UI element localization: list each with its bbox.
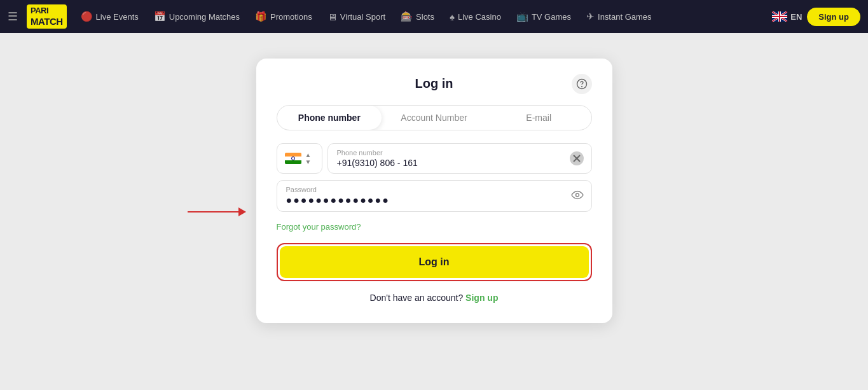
login-title: Log in [415,76,453,91]
language-selector[interactable]: EN [772,11,802,22]
login-card: Log in Phone number Account Number E-mai… [256,59,612,323]
main-content: Log in Phone number Account Number E-mai… [0,33,868,390]
nav-item-tv-games[interactable]: 📺 TV Games [510,7,577,26]
tab-phone-number[interactable]: Phone number [277,106,382,130]
live-casino-icon: ♠ [450,11,455,22]
nav-signup-button[interactable]: Sign up [807,8,860,26]
country-chevron-icon: ▲ ▼ [305,152,312,165]
login-tabs: Phone number Account Number E-mail [277,105,592,130]
virtual-sport-icon: 🖥 [327,11,337,22]
password-value: ●●●●●●●●●●●●●● [286,195,582,206]
logo-top: PARI [31,6,63,16]
nav-item-virtual-sport[interactable]: 🖥 Virtual Sport [321,8,392,26]
svg-rect-8 [772,16,787,17]
signup-prompt: Don't have an account? Sign up [277,293,592,303]
login-button[interactable]: Log in [280,246,589,278]
svg-point-13 [575,193,579,197]
login-button-wrapper: Log in [277,243,592,281]
phone-label: Phone number [337,149,582,157]
upcoming-matches-icon: 📅 [154,11,166,22]
nav-item-upcoming-matches[interactable]: 📅 Upcoming Matches [148,7,246,26]
phone-input-field[interactable]: Phone number +91(9310) 806 - 161 [327,143,592,174]
card-header: Log in [277,76,592,91]
logo[interactable]: PARI MATCH [27,4,67,29]
nav-item-upcoming-matches-label: Upcoming Matches [169,12,240,22]
instant-games-icon: ✈ [586,11,595,22]
nav-item-live-casino[interactable]: ♠ Live Casino [443,8,507,26]
promotions-icon: 🎁 [255,11,267,22]
toggle-password-icon[interactable] [571,190,584,203]
nav-item-live-casino-label: Live Casino [458,12,501,22]
nav-item-promotions-label: Promotions [270,12,312,22]
language-label: EN [790,12,802,22]
nav-item-virtual-sport-label: Virtual Sport [340,12,385,22]
password-label: Password [286,186,582,193]
phone-value: +91(9310) 806 - 161 [337,158,582,168]
navbar: ☰ PARI MATCH 🔴 Live Events 📅 Upcoming Ma… [0,0,868,33]
no-account-text: Don't have an account? [370,293,464,303]
uk-flag-icon [772,11,787,22]
arrow-line [188,211,238,212]
nav-item-instant-games[interactable]: ✈ Instant Games [580,7,658,26]
help-icon[interactable] [572,74,592,94]
clear-phone-button[interactable] [570,151,584,165]
nav-right: EN Sign up [772,8,860,26]
phone-input-row: ▲ ▼ Phone number +91(9310) 806 - 161 [277,143,592,174]
logo-bottom: MATCH [31,16,63,27]
nav-item-promotions[interactable]: 🎁 Promotions [249,7,319,26]
nav-item-tv-games-label: TV Games [532,12,571,22]
arrow-pointer [188,207,246,216]
nav-item-slots-label: Slots [416,12,434,22]
signup-link[interactable]: Sign up [465,293,498,303]
tab-account-number[interactable]: Account Number [382,106,486,130]
hamburger-icon[interactable]: ☰ [8,10,18,24]
slots-icon: 🎰 [401,11,413,22]
password-field[interactable]: Password ●●●●●●●●●●●●●● [277,180,592,212]
nav-item-slots[interactable]: 🎰 Slots [394,7,441,26]
live-events-icon: 🔴 [81,11,93,22]
india-flag-icon [285,153,301,164]
tv-games-icon: 📺 [516,11,528,22]
country-selector[interactable]: ▲ ▼ [277,143,322,174]
nav-item-live-events[interactable]: 🔴 Live Events [74,7,145,26]
nav-item-instant-games-label: Instant Games [598,12,652,22]
svg-point-10 [581,86,582,87]
tab-email[interactable]: E-mail [486,106,591,130]
nav-item-live-events-label: Live Events [96,12,139,22]
arrow-head [238,207,246,216]
forgot-password-link[interactable]: Forgot your password? [277,222,361,232]
